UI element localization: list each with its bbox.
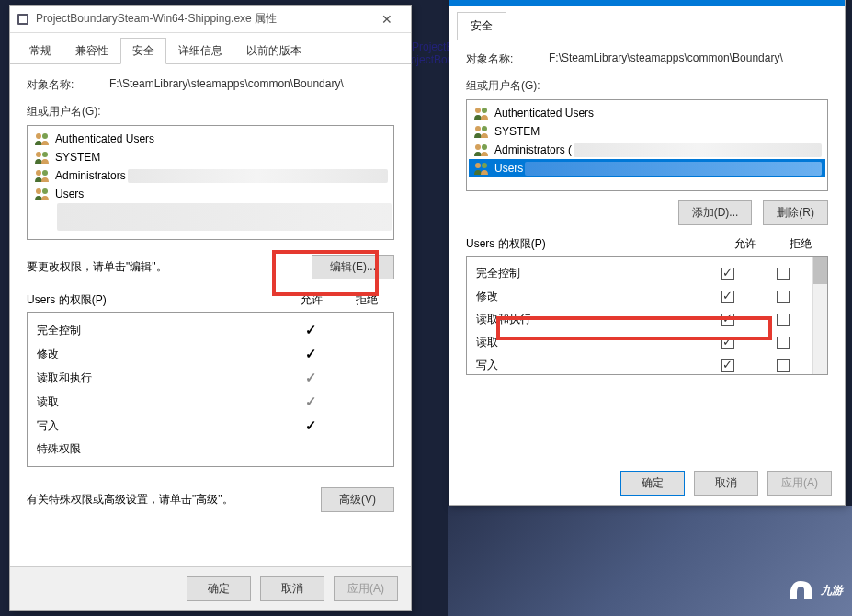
deny-checkbox[interactable] (777, 291, 790, 303)
permission-name: 完全控制 (476, 266, 700, 281)
list-item[interactable]: SYSTEM (469, 122, 825, 141)
scrollbar[interactable] (812, 257, 827, 374)
permission-name: 写入 (476, 358, 700, 373)
apply-button[interactable]: 应用(A) (767, 471, 832, 496)
svg-point-16 (475, 163, 481, 168)
remove-button[interactable]: 删除(R) (763, 200, 828, 225)
allow-header: 允许 (718, 236, 773, 252)
edit-button[interactable]: 编辑(E)... (312, 255, 394, 279)
users-icon (33, 150, 51, 165)
allow-checkbox[interactable] (721, 314, 734, 326)
list-item[interactable]: Administrators (29, 166, 392, 185)
permission-row: 读取和执行 (476, 308, 811, 331)
permission-name: 特殊权限 (37, 441, 283, 457)
tab-compatibility[interactable]: 兼容性 (63, 38, 120, 64)
object-name-value: F:\SteamLibrary\steamapps\common\Boundar… (109, 77, 394, 90)
permission-name: 修改 (476, 289, 700, 304)
allow-check: ✓ (283, 417, 338, 434)
users-icon (33, 131, 51, 146)
allow-checkbox[interactable] (721, 359, 734, 372)
tab-previous-versions[interactable]: 以前的版本 (234, 38, 313, 64)
groups-listbox[interactable]: Authenticated UsersSYSTEMAdministrators … (466, 99, 828, 191)
permission-row: 读取和执行 ✓ (37, 366, 393, 390)
permission-row: 完全控制 (476, 262, 811, 285)
svg-point-15 (482, 144, 487, 150)
folder-icon: 📁 (457, 0, 471, 1)
cancel-button[interactable]: 取消 (694, 471, 758, 496)
allow-checkbox[interactable] (721, 268, 734, 280)
permission-row: 读取 ✓ (37, 390, 393, 414)
svg-point-17 (482, 163, 487, 168)
tab-general[interactable]: 常规 (17, 38, 63, 64)
permission-row: 写入 (476, 354, 811, 375)
tab-details[interactable]: 详细信息 (166, 38, 234, 64)
svg-rect-1 (19, 16, 27, 23)
permission-row: 特殊权限 (37, 438, 393, 461)
permission-name: 写入 (37, 418, 283, 434)
deny-header: 拒绝 (773, 236, 828, 252)
object-name-label: 对象名称: (27, 77, 109, 93)
advanced-hint: 有关特殊权限或高级设置，请单击"高级"。 (27, 492, 302, 508)
permissions-header: Users 的权限(P) (27, 292, 284, 308)
redacted (525, 162, 822, 176)
permission-name: 修改 (37, 347, 283, 362)
list-item[interactable]: Administrators ( (469, 141, 825, 159)
permission-name: 读取和执行 (476, 312, 700, 327)
list-item[interactable]: Users (29, 185, 392, 203)
allow-check: ✓ (283, 370, 338, 386)
tab-strip: 安全 (449, 6, 845, 40)
deny-checkbox[interactable] (777, 268, 790, 280)
deny-checkbox[interactable] (777, 314, 790, 326)
permissions-list: 完全控制 ✓ 修改 ✓ 读取和执行 ✓ 读取 ✓ 写入 ✓ 特殊权限 (27, 312, 394, 467)
window-title: ProjectBoundarySteam-Win64-Shipping.exe … (36, 11, 369, 27)
close-button[interactable]: ✕ (369, 12, 405, 27)
tab-strip: 常规 兼容性 安全 详细信息 以前的版本 (10, 33, 411, 64)
list-item[interactable]: Authenticated Users (469, 104, 825, 122)
deny-checkbox[interactable] (777, 337, 790, 349)
users-icon (472, 124, 491, 139)
deny-checkbox[interactable] (777, 359, 790, 372)
users-icon (33, 187, 51, 201)
allow-checkbox[interactable] (721, 291, 734, 303)
users-icon (472, 161, 491, 176)
permission-name: 读取和执行 (37, 371, 283, 386)
permission-row: 完全控制 ✓ (37, 318, 393, 342)
redacted (57, 203, 392, 231)
object-name-value: F:\SteamLibrary\steamapps\common\Boundar… (549, 51, 828, 64)
permission-row: 修改 ✓ (37, 342, 393, 366)
permission-row: 修改 (476, 285, 811, 308)
ok-button[interactable]: 确定 (187, 576, 251, 601)
allow-check: ✓ (283, 322, 338, 338)
edit-hint: 要更改权限，请单击"编辑"。 (27, 259, 167, 275)
scroll-thumb[interactable] (813, 257, 827, 284)
cancel-button[interactable]: 取消 (260, 576, 324, 601)
allow-header: 允许 (284, 292, 339, 308)
svg-point-7 (42, 170, 48, 176)
allow-checkbox[interactable] (721, 337, 734, 349)
redacted (128, 169, 388, 183)
redacted (574, 143, 822, 157)
permissions-dialog: 📁 ProjectBoundarySteam-Win64-Shipping.ex… (449, 0, 846, 506)
ok-button[interactable]: 确定 (620, 471, 685, 496)
svg-point-11 (482, 108, 487, 113)
svg-point-6 (36, 170, 41, 176)
window-title: ProjectBoundarySteam-Win64-Shipping.exe … (476, 0, 837, 2)
svg-point-8 (36, 188, 41, 194)
svg-point-2 (36, 133, 41, 139)
tab-security[interactable]: 安全 (457, 12, 506, 40)
users-icon (472, 143, 491, 157)
advanced-button[interactable]: 高级(V) (321, 487, 394, 512)
apply-button[interactable]: 应用(A) (334, 576, 398, 601)
groups-label: 组或用户名(G): (27, 104, 394, 120)
add-button[interactable]: 添加(D)... (678, 200, 753, 225)
dialog-buttons: 确定 取消 应用(A) (449, 462, 845, 505)
tab-security[interactable]: 安全 (120, 38, 166, 64)
permissions-header: Users 的权限(P) (466, 236, 718, 252)
groups-listbox[interactable]: Authenticated Users SYSTEM Administrator… (27, 125, 394, 240)
list-item[interactable]: Users (469, 159, 825, 177)
list-item[interactable]: SYSTEM (29, 148, 392, 166)
svg-point-12 (475, 126, 481, 131)
svg-point-9 (42, 188, 48, 194)
list-item[interactable]: Authenticated Users (29, 130, 392, 148)
titlebar[interactable]: ProjectBoundarySteam-Win64-Shipping.exe … (10, 6, 411, 33)
